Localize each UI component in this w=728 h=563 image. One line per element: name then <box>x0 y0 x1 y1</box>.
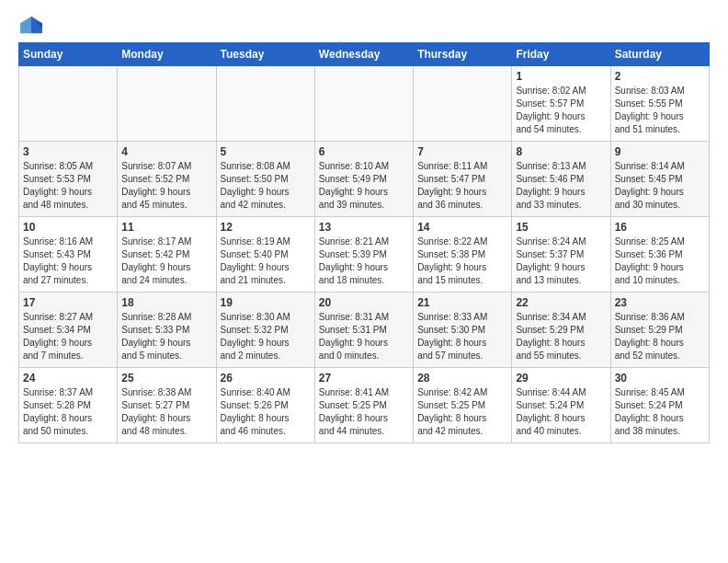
calendar-day-5: 5Sunrise: 8:08 AM Sunset: 5:50 PM Daylig… <box>216 142 314 217</box>
weekday-header-tuesday: Tuesday <box>216 43 314 66</box>
calendar-day-30: 30Sunrise: 8:45 AM Sunset: 5:24 PM Dayli… <box>610 368 709 443</box>
calendar-empty-cell <box>216 66 314 142</box>
day-info: Sunrise: 8:17 AM Sunset: 5:42 PM Dayligh… <box>121 236 211 287</box>
day-number: 17 <box>23 296 113 309</box>
day-info: Sunrise: 8:11 AM Sunset: 5:47 PM Dayligh… <box>417 160 507 212</box>
day-number: 25 <box>121 372 211 385</box>
calendar-day-8: 8Sunrise: 8:13 AM Sunset: 5:46 PM Daylig… <box>512 142 610 217</box>
calendar-week-row: 24Sunrise: 8:37 AM Sunset: 5:28 PM Dayli… <box>19 368 710 443</box>
calendar-empty-cell <box>314 66 413 142</box>
day-info: Sunrise: 8:31 AM Sunset: 5:31 PM Dayligh… <box>319 311 409 362</box>
day-info: Sunrise: 8:40 AM Sunset: 5:26 PM Dayligh… <box>221 386 311 438</box>
calendar-day-25: 25Sunrise: 8:38 AM Sunset: 5:27 PM Dayli… <box>118 368 216 443</box>
logo-icon <box>18 15 44 35</box>
calendar-day-28: 28Sunrise: 8:42 AM Sunset: 5:25 PM Dayli… <box>414 368 512 443</box>
day-number: 28 <box>417 372 507 385</box>
day-info: Sunrise: 8:22 AM Sunset: 5:38 PM Dayligh… <box>417 236 507 287</box>
day-info: Sunrise: 8:42 AM Sunset: 5:25 PM Dayligh… <box>417 386 507 438</box>
day-info: Sunrise: 8:33 AM Sunset: 5:30 PM Dayligh… <box>417 311 507 362</box>
calendar-table: SundayMondayTuesdayWednesdayThursdayFrid… <box>18 42 710 443</box>
calendar-week-row: 10Sunrise: 8:16 AM Sunset: 5:43 PM Dayli… <box>19 217 710 293</box>
calendar-day-27: 27Sunrise: 8:41 AM Sunset: 5:25 PM Dayli… <box>314 368 413 443</box>
day-number: 13 <box>319 221 409 234</box>
day-info: Sunrise: 8:14 AM Sunset: 5:45 PM Dayligh… <box>615 160 705 212</box>
day-info: Sunrise: 8:10 AM Sunset: 5:49 PM Dayligh… <box>319 160 409 212</box>
day-number: 10 <box>23 221 113 234</box>
day-number: 20 <box>319 296 409 309</box>
header <box>18 15 710 35</box>
day-info: Sunrise: 8:02 AM Sunset: 5:57 PM Dayligh… <box>516 85 606 136</box>
day-info: Sunrise: 8:19 AM Sunset: 5:40 PM Dayligh… <box>221 236 311 287</box>
day-info: Sunrise: 8:30 AM Sunset: 5:32 PM Dayligh… <box>221 311 311 362</box>
weekday-header-saturday: Saturday <box>610 43 709 66</box>
weekday-header-friday: Friday <box>512 43 610 66</box>
calendar-day-3: 3Sunrise: 8:05 AM Sunset: 5:53 PM Daylig… <box>19 142 118 217</box>
calendar-day-11: 11Sunrise: 8:17 AM Sunset: 5:42 PM Dayli… <box>118 217 216 293</box>
day-info: Sunrise: 8:38 AM Sunset: 5:27 PM Dayligh… <box>121 386 211 438</box>
day-number: 23 <box>615 296 705 309</box>
day-number: 7 <box>417 145 507 158</box>
day-number: 12 <box>221 221 311 234</box>
calendar-day-15: 15Sunrise: 8:24 AM Sunset: 5:37 PM Dayli… <box>512 217 610 293</box>
day-number: 9 <box>615 145 705 158</box>
day-info: Sunrise: 8:13 AM Sunset: 5:46 PM Dayligh… <box>516 160 606 212</box>
calendar-empty-cell <box>414 66 512 142</box>
calendar-week-row: 17Sunrise: 8:27 AM Sunset: 5:34 PM Dayli… <box>19 293 710 368</box>
day-number: 30 <box>615 372 705 385</box>
day-info: Sunrise: 8:36 AM Sunset: 5:29 PM Dayligh… <box>615 311 705 362</box>
day-info: Sunrise: 8:34 AM Sunset: 5:29 PM Dayligh… <box>516 311 606 362</box>
calendar-day-24: 24Sunrise: 8:37 AM Sunset: 5:28 PM Dayli… <box>19 368 118 443</box>
calendar-day-21: 21Sunrise: 8:33 AM Sunset: 5:30 PM Dayli… <box>414 293 512 368</box>
weekday-header-thursday: Thursday <box>414 43 512 66</box>
weekday-header-sunday: Sunday <box>19 43 118 66</box>
day-info: Sunrise: 8:37 AM Sunset: 5:28 PM Dayligh… <box>23 386 113 438</box>
calendar-day-18: 18Sunrise: 8:28 AM Sunset: 5:33 PM Dayli… <box>118 293 216 368</box>
calendar-day-1: 1Sunrise: 8:02 AM Sunset: 5:57 PM Daylig… <box>512 66 610 142</box>
calendar-day-10: 10Sunrise: 8:16 AM Sunset: 5:43 PM Dayli… <box>19 217 118 293</box>
day-info: Sunrise: 8:25 AM Sunset: 5:36 PM Dayligh… <box>615 236 705 287</box>
day-info: Sunrise: 8:21 AM Sunset: 5:39 PM Dayligh… <box>319 236 409 287</box>
day-number: 22 <box>516 296 606 309</box>
calendar-day-2: 2Sunrise: 8:03 AM Sunset: 5:55 PM Daylig… <box>610 66 709 142</box>
day-number: 5 <box>221 145 311 158</box>
day-number: 21 <box>417 296 507 309</box>
day-info: Sunrise: 8:05 AM Sunset: 5:53 PM Dayligh… <box>23 160 113 212</box>
day-info: Sunrise: 8:41 AM Sunset: 5:25 PM Dayligh… <box>319 386 409 438</box>
calendar-day-17: 17Sunrise: 8:27 AM Sunset: 5:34 PM Dayli… <box>19 293 118 368</box>
calendar-day-9: 9Sunrise: 8:14 AM Sunset: 5:45 PM Daylig… <box>610 142 709 217</box>
day-number: 26 <box>221 372 311 385</box>
day-number: 3 <box>23 145 113 158</box>
day-info: Sunrise: 8:45 AM Sunset: 5:24 PM Dayligh… <box>615 386 705 438</box>
calendar-day-19: 19Sunrise: 8:30 AM Sunset: 5:32 PM Dayli… <box>216 293 314 368</box>
calendar-day-6: 6Sunrise: 8:10 AM Sunset: 5:49 PM Daylig… <box>314 142 413 217</box>
calendar-day-22: 22Sunrise: 8:34 AM Sunset: 5:29 PM Dayli… <box>512 293 610 368</box>
calendar-day-4: 4Sunrise: 8:07 AM Sunset: 5:52 PM Daylig… <box>118 142 216 217</box>
day-number: 24 <box>23 372 113 385</box>
logo <box>18 15 48 35</box>
day-info: Sunrise: 8:44 AM Sunset: 5:24 PM Dayligh… <box>516 386 606 438</box>
calendar-day-12: 12Sunrise: 8:19 AM Sunset: 5:40 PM Dayli… <box>216 217 314 293</box>
calendar-day-20: 20Sunrise: 8:31 AM Sunset: 5:31 PM Dayli… <box>314 293 413 368</box>
day-number: 6 <box>319 145 409 158</box>
calendar-day-29: 29Sunrise: 8:44 AM Sunset: 5:24 PM Dayli… <box>512 368 610 443</box>
day-info: Sunrise: 8:28 AM Sunset: 5:33 PM Dayligh… <box>121 311 211 362</box>
calendar-empty-cell <box>19 66 118 142</box>
day-number: 14 <box>417 221 507 234</box>
day-info: Sunrise: 8:24 AM Sunset: 5:37 PM Dayligh… <box>516 236 606 287</box>
day-info: Sunrise: 8:07 AM Sunset: 5:52 PM Dayligh… <box>121 160 211 212</box>
day-number: 16 <box>615 221 705 234</box>
page-container: SundayMondayTuesdayWednesdayThursdayFrid… <box>0 0 728 453</box>
weekday-header-wednesday: Wednesday <box>314 43 413 66</box>
calendar-day-13: 13Sunrise: 8:21 AM Sunset: 5:39 PM Dayli… <box>314 217 413 293</box>
calendar-day-7: 7Sunrise: 8:11 AM Sunset: 5:47 PM Daylig… <box>414 142 512 217</box>
calendar-week-row: 1Sunrise: 8:02 AM Sunset: 5:57 PM Daylig… <box>19 66 710 142</box>
calendar-week-row: 3Sunrise: 8:05 AM Sunset: 5:53 PM Daylig… <box>19 142 710 217</box>
calendar-day-23: 23Sunrise: 8:36 AM Sunset: 5:29 PM Dayli… <box>610 293 709 368</box>
day-number: 15 <box>516 221 606 234</box>
day-info: Sunrise: 8:03 AM Sunset: 5:55 PM Dayligh… <box>615 85 705 136</box>
calendar-empty-cell <box>118 66 216 142</box>
weekday-header-monday: Monday <box>118 43 216 66</box>
day-info: Sunrise: 8:08 AM Sunset: 5:50 PM Dayligh… <box>221 160 311 212</box>
calendar-day-14: 14Sunrise: 8:22 AM Sunset: 5:38 PM Dayli… <box>414 217 512 293</box>
day-number: 4 <box>121 145 211 158</box>
